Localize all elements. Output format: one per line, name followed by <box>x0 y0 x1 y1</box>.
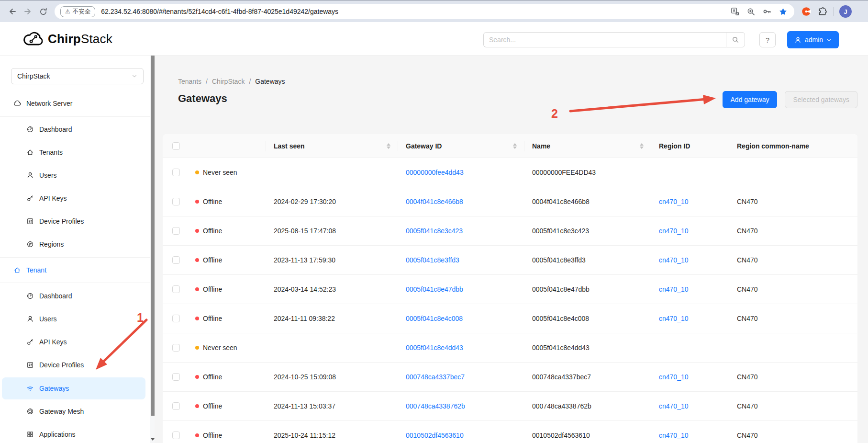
status-text: Never seen <box>203 344 237 352</box>
browser-back-button[interactable] <box>5 4 20 19</box>
gateway-id-link[interactable]: 0004f041c8e466b8 <box>406 198 463 205</box>
region-id-link[interactable]: cn470_10 <box>659 432 689 439</box>
table-row: Offline 2025-08-15 17:47:08 0005f041c8e3… <box>163 216 857 246</box>
key-icon <box>26 194 34 202</box>
sidebar-divider <box>0 283 150 283</box>
name-cell: 0005f041c8e3ffd3 <box>524 246 651 274</box>
sidebar-item-ns-tenants[interactable]: Tenants <box>0 143 150 162</box>
sidebar-item-gateway-mesh[interactable]: Gateway Mesh <box>0 402 150 421</box>
sidebar-item-ns-api-keys[interactable]: API Keys <box>0 189 150 208</box>
sidebar-item-tenant-device-profiles[interactable]: Device Profiles <box>0 355 150 375</box>
status-dot <box>195 317 199 320</box>
last-seen-column-header[interactable]: Last seen <box>266 134 398 158</box>
zoom-icon[interactable] <box>746 7 756 16</box>
row-checkbox[interactable] <box>172 256 180 264</box>
gateway-id-link[interactable]: 0005f041c8e3ffd3 <box>406 256 459 264</box>
row-checkbox[interactable] <box>172 315 180 322</box>
url-bar[interactable]: ⚠ 不安全 62.234.52.46:8080/#/tenants/52f14c… <box>55 4 794 19</box>
region-id-link[interactable]: cn470_10 <box>659 373 689 381</box>
last-seen-cell: 2024-11-11 09:38:22 <box>266 304 398 333</box>
bookmark-star-icon[interactable] <box>779 7 788 16</box>
chirpstack-logo[interactable]: ChirpStack <box>22 29 112 49</box>
sort-icon[interactable] <box>636 143 644 149</box>
region-id-link[interactable]: cn470_10 <box>659 256 689 264</box>
password-key-icon[interactable] <box>762 7 772 16</box>
sidebar-item-network-server[interactable]: Network Server <box>0 94 150 113</box>
sort-icon[interactable] <box>509 143 517 149</box>
last-seen-cell <box>266 333 398 362</box>
search-button[interactable] <box>726 32 745 47</box>
sidebar-item-label: Applications <box>39 431 76 438</box>
admin-menu-button[interactable]: admin <box>787 31 839 48</box>
gateway-id-link[interactable]: 0005f041c8e47dbb <box>406 285 463 293</box>
row-checkbox[interactable] <box>172 432 180 439</box>
row-checkbox[interactable] <box>172 402 180 410</box>
main-content: Tenants / ChirpStack / Gateways Gateways… <box>155 56 868 443</box>
region-id-link[interactable]: cn470_10 <box>659 315 689 322</box>
app-header: ChirpStack ? admin <box>0 22 868 56</box>
name-cell: 000748ca4338762b <box>524 392 651 420</box>
search-input[interactable] <box>483 32 726 47</box>
row-checkbox[interactable] <box>172 285 180 293</box>
region-id-link[interactable]: cn470_10 <box>659 285 689 293</box>
search-icon <box>732 36 739 44</box>
sidebar-item-ns-regions[interactable]: Regions <box>0 235 150 254</box>
browser-forward-button[interactable] <box>20 4 35 19</box>
name-cell: 0005f041c8e3c423 <box>524 216 651 245</box>
extensions-puzzle-icon[interactable] <box>817 7 827 17</box>
sidebar-item-ns-device-profiles[interactable]: Device Profiles <box>0 212 150 231</box>
translate-icon[interactable] <box>731 7 740 16</box>
gateway-id-link[interactable]: 0005f041c8e4c008 <box>406 315 463 322</box>
row-checkbox[interactable] <box>172 344 180 352</box>
sidebar-item-ns-dashboard[interactable]: Dashboard <box>0 120 150 139</box>
add-gateway-button[interactable]: Add gateway <box>723 91 778 108</box>
browser-profile-avatar[interactable]: J <box>839 5 852 18</box>
region-common-name-cell: CN470 <box>729 246 857 274</box>
sidebar-item-tenant-dashboard[interactable]: Dashboard <box>0 286 150 306</box>
sidebar-item-tenant-api-keys[interactable]: API Keys <box>0 332 150 352</box>
breadcrumb-tenants[interactable]: Tenants <box>178 78 201 85</box>
sidebar-item-ns-users[interactable]: Users <box>0 166 150 185</box>
sort-icon[interactable] <box>383 143 390 149</box>
region-id-column-header: Region ID <box>651 134 729 158</box>
row-checkbox[interactable] <box>172 169 180 176</box>
sidebar-item-gateways[interactable]: Gateways <box>2 377 145 399</box>
region-id-link[interactable]: cn470_10 <box>659 227 689 235</box>
forward-arrow-icon <box>23 7 33 16</box>
row-checkbox[interactable] <box>172 198 180 205</box>
region-id-link[interactable]: cn470_10 <box>659 402 689 410</box>
breadcrumb-separator: / <box>206 78 208 85</box>
gateway-id-link[interactable]: 0010502df4563610 <box>406 432 464 439</box>
sidebar-item-applications[interactable]: Applications <box>0 425 150 443</box>
gateway-id-link[interactable]: 000748ca4337bec7 <box>406 373 465 381</box>
gateway-id-link[interactable]: 00000000fee4dd43 <box>406 169 464 176</box>
row-checkbox[interactable] <box>172 373 180 381</box>
sidebar-item-label: API Keys <box>39 194 67 202</box>
sidebar-item-tenant[interactable]: Tenant <box>0 261 150 280</box>
toolbar-separator <box>833 7 834 16</box>
tenant-selector[interactable]: ChirpStack <box>11 68 144 84</box>
sidebar-item-tenant-users[interactable]: Users <box>0 309 150 329</box>
name-column-header[interactable]: Name <box>524 134 651 158</box>
gateway-id-link[interactable]: 000748ca4338762b <box>406 402 465 410</box>
security-chip[interactable]: ⚠ 不安全 <box>60 6 95 17</box>
table-header-row: Last seen Gateway ID Name Region ID Regi… <box>163 134 857 158</box>
browser-refresh-button[interactable] <box>35 4 51 19</box>
gateway-id-column-header[interactable]: Gateway ID <box>398 134 524 158</box>
sidebar-scrollbar-track[interactable] <box>150 56 155 443</box>
table-row: Offline 2024-11-11 09:38:22 0005f041c8e4… <box>163 304 857 333</box>
help-button[interactable]: ? <box>759 32 776 47</box>
gateway-id-link[interactable]: 0005f041c8e3c423 <box>406 227 463 235</box>
select-all-checkbox[interactable] <box>172 142 180 150</box>
sidebar-scrollbar-thumb[interactable] <box>151 56 155 416</box>
status-dot <box>195 287 199 291</box>
extension-badge-icon[interactable] <box>801 6 812 17</box>
user-icon <box>794 36 801 44</box>
region-common-name-cell: CN470 <box>729 216 857 245</box>
tenant-selector-value: ChirpStack <box>17 72 50 80</box>
row-checkbox[interactable] <box>172 227 180 235</box>
region-id-link[interactable]: cn470_10 <box>659 198 689 205</box>
region-common-name-cell: CN470 <box>729 421 857 443</box>
gateway-id-link[interactable]: 0005f041c8e4dd43 <box>406 344 463 352</box>
breadcrumb-chirpstack[interactable]: ChirpStack <box>212 78 245 85</box>
